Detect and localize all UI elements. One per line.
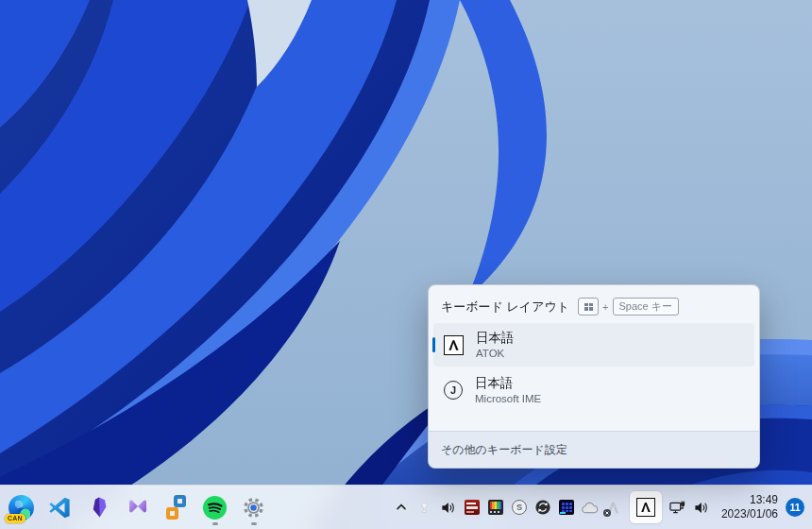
microsoft-ime-icon: J	[444, 381, 463, 400]
atok-icon	[444, 335, 464, 355]
ime-language-label: 日本語	[476, 330, 515, 346]
vmware-icon	[163, 495, 189, 520]
s-circle-icon: S	[512, 500, 527, 515]
visual-studio-icon	[126, 495, 150, 520]
tray-white-trumpet-button[interactable]	[414, 491, 436, 523]
windows-key-icon	[578, 298, 599, 316]
taskbar-settings-button[interactable]	[234, 488, 273, 526]
tray-gpu-monitor-button[interactable]	[461, 491, 483, 523]
clock-date: 2023/01/06	[721, 507, 778, 521]
ime-name-label: ATOK	[476, 347, 515, 360]
network-icon	[669, 500, 685, 515]
spotify-icon	[202, 495, 228, 520]
running-indicator	[251, 522, 257, 525]
gear-icon	[242, 496, 265, 520]
cloud-icon	[581, 502, 599, 514]
ime-item-microsoft-ime[interactable]: J 日本語 Microsoft IME	[433, 368, 754, 412]
chevron-up-icon	[395, 501, 408, 514]
taskbar-apps: CAN	[0, 486, 273, 529]
edge-canary-icon: CAN	[8, 495, 34, 520]
tray-color-palette-button[interactable]	[484, 491, 507, 523]
shortcut-plus: +	[602, 301, 608, 313]
atok-disabled-icon	[605, 500, 621, 516]
sync-icon	[535, 500, 550, 515]
taskbar-vmware-button[interactable]	[157, 488, 195, 526]
clock[interactable]: 13:49 2023/01/06	[721, 493, 778, 521]
taskbar-edge-canary-button[interactable]: CAN	[2, 488, 41, 526]
tray-overflow-button[interactable]	[390, 491, 413, 523]
more-keyboard-settings-link[interactable]: その他のキーボード設定	[429, 431, 759, 468]
system-tray: S	[390, 486, 812, 529]
network-button[interactable]	[667, 491, 689, 523]
taskbar: CAN	[0, 485, 812, 529]
disabled-x-badge-icon	[603, 509, 611, 517]
color-palette-icon	[488, 500, 503, 515]
selected-accent-bar	[432, 337, 435, 352]
running-indicator	[212, 522, 218, 525]
ime-name-label: Microsoft IME	[475, 392, 541, 405]
flyout-header: キーボード レイアウト + Space キー	[429, 285, 759, 323]
gpu-monitor-icon	[465, 500, 480, 515]
atok-icon	[636, 498, 655, 517]
ime-item-atok[interactable]: 日本語 ATOK	[433, 323, 754, 367]
volume-icon	[441, 501, 455, 515]
clock-time: 13:49	[721, 493, 778, 507]
ime-mode-button[interactable]	[630, 491, 662, 523]
space-key-badge: Space キー	[613, 298, 680, 316]
shortcut-hint: + Space キー	[578, 298, 679, 316]
notification-count-badge[interactable]: 11	[786, 498, 804, 517]
obsidian-icon	[88, 496, 110, 519]
tray-grid-monitor-button[interactable]	[555, 491, 578, 523]
taskbar-obsidian-button[interactable]	[79, 488, 118, 526]
ime-list: 日本語 ATOK J 日本語 Microsoft IME	[429, 323, 759, 412]
taskbar-vscode-button[interactable]	[41, 488, 79, 526]
flyout-title: キーボード レイアウト	[441, 299, 569, 316]
vscode-icon	[48, 496, 72, 520]
volume-button[interactable]	[690, 491, 713, 523]
grid-monitor-icon	[559, 500, 574, 515]
tray-volume-button[interactable]	[437, 491, 460, 523]
keyboard-layout-flyout: キーボード レイアウト + Space キー 日本語 ATOK	[428, 284, 760, 469]
desktop: キーボード レイアウト + Space キー 日本語 ATOK	[0, 0, 812, 529]
tray-cloud-button[interactable]	[579, 491, 601, 523]
taskbar-spotify-button[interactable]	[195, 488, 234, 526]
tray-s-circle-button[interactable]: S	[508, 491, 531, 523]
taskbar-visual-studio-button[interactable]	[118, 488, 157, 526]
white-trumpet-icon	[418, 502, 431, 514]
volume-icon	[694, 501, 708, 515]
ime-language-label: 日本語	[475, 375, 541, 391]
tray-atok-disabled-button[interactable]	[602, 491, 625, 523]
edge-canary-badge: CAN	[5, 514, 25, 523]
tray-sync-button[interactable]	[532, 491, 554, 523]
